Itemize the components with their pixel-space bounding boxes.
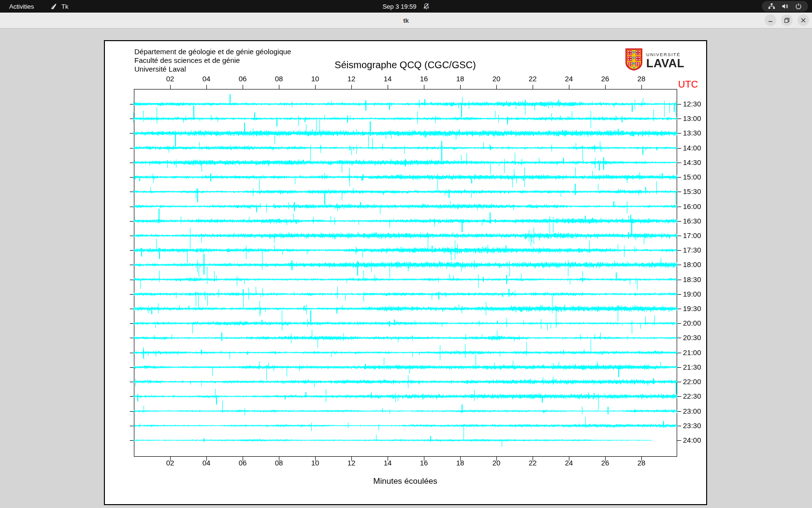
x-tick-label-top: 26 <box>598 75 612 83</box>
network-icon <box>768 3 775 10</box>
row-time-label: 24:00 <box>683 436 701 445</box>
row-time-label: 21:30 <box>683 363 701 372</box>
x-tick-label-bottom: 16 <box>417 459 431 467</box>
x-tick-label-top: 06 <box>235 75 250 83</box>
close-button[interactable] <box>798 15 809 26</box>
x-tick-label-bottom: 04 <box>199 459 214 467</box>
seismogram-plot-canvas <box>105 41 706 504</box>
x-tick-label-bottom: 14 <box>380 459 395 467</box>
row-time-label: 17:30 <box>683 246 701 254</box>
clock-label: Sep 3 19:59 <box>382 3 416 10</box>
row-time-label: 21:00 <box>683 348 701 357</box>
x-tick-label-bottom: 20 <box>489 459 504 467</box>
seismograph-canvas-frame: Département de géologie et de génie géol… <box>104 40 707 505</box>
row-time-label: 22:30 <box>683 392 701 401</box>
window-title: tk <box>0 13 812 29</box>
gnome-top-bar: Activities Tk Sep 3 19:59 <box>0 0 812 13</box>
x-tick-label-top: 20 <box>489 75 504 83</box>
row-time-label: 16:30 <box>683 217 701 225</box>
x-tick-label-top: 18 <box>453 75 467 83</box>
x-tick-label-bottom: 28 <box>634 459 649 467</box>
x-tick-label-top: 16 <box>417 75 431 83</box>
plot-title: Séismographe QCQ (CGC/GSC) <box>134 60 677 71</box>
system-status-area[interactable] <box>762 1 808 12</box>
universite-laval-logo: UNIVERSITÉ LAVAL <box>625 48 684 73</box>
x-tick-label-bottom: 24 <box>562 459 576 467</box>
logo-laval-label: LAVAL <box>646 58 684 69</box>
x-tick-label-bottom: 22 <box>525 459 540 467</box>
x-tick-label-top: 10 <box>308 75 322 83</box>
x-tick-label-bottom: 06 <box>235 459 250 467</box>
row-time-label: 15:30 <box>683 187 701 196</box>
row-time-label: 20:00 <box>683 319 701 328</box>
x-tick-label-bottom: 08 <box>272 459 286 467</box>
clock-menu[interactable]: Sep 3 19:59 <box>0 0 812 13</box>
row-time-label: 22:00 <box>683 377 701 386</box>
row-time-label: 18:00 <box>683 260 701 269</box>
maximize-button[interactable] <box>781 15 793 26</box>
x-tick-label-top: 02 <box>163 75 177 83</box>
minimize-button[interactable] <box>765 15 776 26</box>
x-tick-label-top: 12 <box>344 75 359 83</box>
volume-icon <box>782 3 789 10</box>
x-tick-label-top: 24 <box>562 75 576 83</box>
x-tick-label-top: 08 <box>272 75 286 83</box>
x-axis-label: Minutes écoulées <box>134 477 677 486</box>
x-tick-label-bottom: 10 <box>308 459 322 467</box>
row-time-label: 20:30 <box>683 333 701 342</box>
window-titlebar[interactable]: tk <box>0 13 812 29</box>
utc-label: UTC <box>678 79 698 90</box>
x-tick-label-bottom: 02 <box>163 459 177 467</box>
power-icon <box>795 3 802 10</box>
x-tick-label-bottom: 18 <box>453 459 467 467</box>
laval-shield-icon <box>625 48 643 73</box>
x-tick-label-top: 14 <box>380 75 395 83</box>
x-tick-label-top: 22 <box>525 75 540 83</box>
row-time-label: 14:00 <box>683 144 701 152</box>
x-tick-label-top: 28 <box>634 75 649 83</box>
row-time-label: 17:00 <box>683 231 701 240</box>
row-time-label: 18:30 <box>683 275 701 284</box>
row-time-label: 13:30 <box>683 129 701 137</box>
row-time-label: 14:30 <box>683 158 701 167</box>
row-time-label: 23:00 <box>683 407 701 416</box>
notifications-disabled-icon <box>423 3 430 10</box>
row-time-label: 15:00 <box>683 173 701 181</box>
x-tick-label-bottom: 26 <box>598 459 612 467</box>
row-time-label: 16:00 <box>683 202 701 211</box>
row-time-label: 23:30 <box>683 421 701 430</box>
x-tick-label-bottom: 12 <box>344 459 359 467</box>
row-time-label: 12:30 <box>683 100 701 108</box>
row-time-label: 19:30 <box>683 304 701 313</box>
row-time-label: 19:00 <box>683 290 701 299</box>
x-tick-label-top: 04 <box>199 75 214 83</box>
row-time-label: 13:00 <box>683 114 701 123</box>
